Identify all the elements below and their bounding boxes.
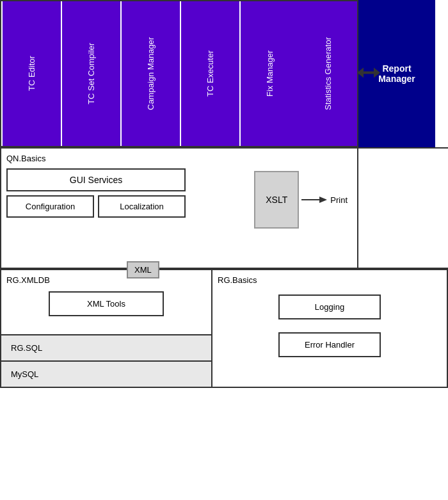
gui-services-box: GUI Services <box>6 168 186 191</box>
qn-basics-label: QN.Basics <box>6 154 352 163</box>
qn-right-spacer <box>358 147 448 269</box>
col-fix-manager: Fix Manager <box>239 1 299 146</box>
logging-box: Logging <box>278 294 381 319</box>
qn-basics-inner: GUI Services Configuration Localization <box>6 168 186 218</box>
statistics-generator-label: Statistics Generator <box>323 37 333 110</box>
campaign-manager-label: Campaign Manager <box>146 37 156 110</box>
purple-section: TC Editor TC Set Compiler Campaign Manag… <box>0 0 358 147</box>
left-stack: RG.XMLDB XML Tools RG.SQL MySQL <box>0 269 212 388</box>
configuration-box: Configuration <box>6 195 94 218</box>
col-tc-executer: TC Executer <box>180 1 239 146</box>
localization-box: Localization <box>98 195 186 218</box>
xslt-area: XSLT Print <box>254 171 348 229</box>
rg-basics-section: RG.Basics Logging Error Handler <box>212 269 448 388</box>
rg-basics-label: RG.Basics <box>218 275 442 285</box>
xml-tools-box: XML Tools <box>49 291 164 316</box>
tc-editor-label: TC Editor <box>27 56 36 92</box>
error-handler-box: Error Handler <box>278 332 381 357</box>
root-container: TC Editor TC Set Compiler Campaign Manag… <box>0 0 448 500</box>
qn-basics-row: QN.Basics GUI Services Configuration Loc… <box>0 147 448 269</box>
double-arrow-icon <box>357 67 380 81</box>
print-arrow-area: Print <box>301 194 348 206</box>
right-stack: RG.Basics Logging Error Handler <box>212 269 448 388</box>
mysql-label: MySQL <box>11 369 38 379</box>
tc-executer-label: TC Executer <box>205 51 215 97</box>
xml-badge: XML <box>127 261 159 278</box>
bottom-wrapper: RG.XMLDB XML Tools RG.SQL MySQL RG.Basic… <box>0 269 448 388</box>
print-label: Print <box>330 195 348 205</box>
col-tc-set-compiler: TC Set Compiler <box>61 1 120 146</box>
svg-marker-0 <box>357 68 380 78</box>
tc-set-compiler-label: TC Set Compiler <box>86 43 96 104</box>
print-arrow-icon <box>301 194 327 206</box>
svg-marker-2 <box>319 197 327 203</box>
top-bar: TC Editor TC Set Compiler Campaign Manag… <box>0 0 448 147</box>
col-tc-editor: TC Editor <box>1 1 61 146</box>
rg-basics-inner: Logging Error Handler <box>218 291 442 360</box>
rg-xmldb-section: RG.XMLDB XML Tools <box>0 269 212 335</box>
report-manager-area: Report Manager <box>358 0 448 147</box>
mysql-section: MySQL <box>0 362 212 388</box>
fix-manager-label: Fix Manager <box>265 51 275 97</box>
col-statistics-generator: Statistics Generator <box>299 1 357 146</box>
xslt-box: XSLT <box>254 171 299 229</box>
qn-basics-section: QN.Basics GUI Services Configuration Loc… <box>0 147 358 269</box>
col-campaign-manager: Campaign Manager <box>120 1 180 146</box>
rg-xmldb-label: RG.XMLDB <box>6 275 206 285</box>
xslt-label: XSLT <box>266 195 287 205</box>
rg-sql-label: RG.SQL <box>11 343 42 353</box>
qn-config-local-row: Configuration Localization <box>6 195 186 218</box>
rg-sql-section: RG.SQL <box>0 335 212 362</box>
